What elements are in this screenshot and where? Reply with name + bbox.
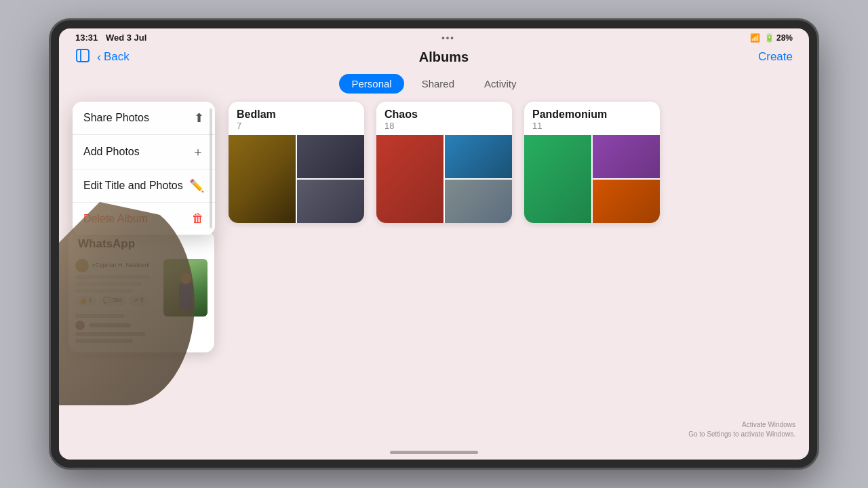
status-bar: 13:31 Wed 3 Jul ••• 📶 🔋 28% — [59, 28, 809, 45]
album-card-bedlam[interactable]: Bedlam 7 — [229, 102, 364, 223]
hand-overlay — [59, 202, 195, 405]
album-thumb — [593, 180, 660, 223]
wifi-icon: 📶 — [750, 33, 760, 43]
album-count: 11 — [532, 121, 652, 131]
sidebar-icon[interactable] — [75, 48, 90, 66]
status-dots: ••• — [441, 33, 455, 43]
album-main-photo — [229, 135, 296, 223]
nav-left: ‹ Back — [75, 48, 130, 66]
menu-share-photos[interactable]: Share Photos ⬆ — [73, 102, 215, 135]
albums-area: Bedlam 7 Chaos 18 — [229, 102, 795, 230]
album-count: 7 — [237, 121, 356, 131]
album-grid-pandemonium — [524, 135, 660, 223]
battery-level: 🔋 28% — [764, 33, 793, 43]
album-card-pandemonium[interactable]: Pandemonium 11 — [524, 102, 660, 223]
tab-personal[interactable]: Personal — [339, 74, 403, 94]
add-icon: ＋ — [192, 144, 204, 160]
album-header-chaos: Chaos 18 — [376, 102, 512, 135]
page-title: Albums — [419, 49, 469, 65]
album-main-photo — [376, 135, 443, 223]
nav-bar: ‹ Back Albums Create — [59, 45, 809, 71]
status-indicators: 📶 🔋 28% — [750, 33, 793, 43]
album-name: Bedlam — [237, 108, 356, 121]
trash-icon: 🗑 — [192, 211, 204, 226]
scroll-indicator — [210, 108, 212, 228]
menu-add-photos[interactable]: Add Photos ＋ — [73, 135, 215, 169]
svg-rect-0 — [77, 49, 89, 62]
album-thumb — [445, 180, 512, 223]
album-header-bedlam: Bedlam 7 — [229, 102, 364, 135]
status-time: 13:31 Wed 3 Jul — [75, 33, 146, 43]
album-thumb — [445, 135, 512, 178]
back-chevron-icon: ‹ — [97, 50, 101, 64]
album-thumb — [297, 135, 364, 178]
home-indicator[interactable] — [390, 451, 478, 454]
album-thumb — [593, 135, 660, 178]
create-button[interactable]: Create — [758, 50, 793, 64]
album-grid-chaos — [376, 135, 512, 223]
album-card-chaos[interactable]: Chaos 18 — [376, 102, 512, 223]
menu-edit-title[interactable]: Edit Title and Photos ✏️ — [73, 169, 215, 203]
album-thumb — [297, 180, 364, 223]
album-header-pandemonium: Pandemonium 11 — [524, 102, 660, 135]
share-icon: ⬆ — [194, 110, 204, 125]
tab-activity[interactable]: Activity — [472, 74, 529, 94]
album-main-photo — [524, 135, 591, 223]
album-grid-bedlam — [229, 135, 364, 223]
device-frame: 13:31 Wed 3 Jul ••• 📶 🔋 28% — [51, 20, 817, 468]
tab-bar: Personal Shared Activity — [59, 71, 809, 102]
activate-windows-watermark: Activate Windows Go to Settings to activ… — [688, 420, 795, 439]
tab-shared[interactable]: Shared — [410, 74, 467, 94]
album-name: Pandemonium — [532, 108, 652, 121]
album-count: 18 — [384, 121, 504, 131]
main-content: Share Photos ⬆ Add Photos ＋ Edit Title a… — [59, 102, 809, 230]
edit-icon: ✏️ — [189, 178, 204, 193]
back-button[interactable]: ‹ Back — [97, 50, 130, 64]
album-name: Chaos — [384, 108, 504, 121]
